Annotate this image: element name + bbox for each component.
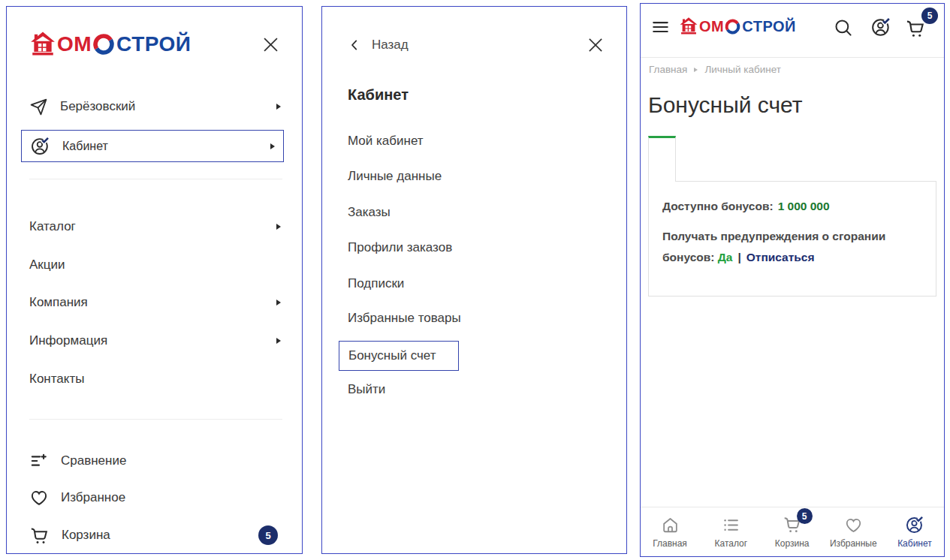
back-label[interactable]: Назад: [372, 38, 409, 53]
hamburger-menu-icon[interactable]: [651, 17, 671, 37]
back-chevron-icon[interactable]: [348, 38, 361, 52]
header-cart-count-badge: 5: [921, 8, 938, 24]
cabinet-label: Кабинет: [62, 140, 108, 153]
heart-icon: [29, 488, 49, 507]
logo-house-icon: [29, 31, 56, 58]
nav-item-favorites[interactable]: Избранные: [830, 516, 877, 549]
city-label: Берёзовский: [60, 99, 135, 114]
cabinet-submenu-panel: Назад Кабинет Мой кабинет Личные данные …: [321, 6, 627, 554]
logo-text-stroy: СТРОЙ: [742, 18, 796, 35]
warning-value: Да: [718, 251, 733, 263]
menu-item-promos[interactable]: Акции: [29, 251, 281, 278]
cart-count-badge: 5: [258, 525, 278, 545]
main-menu-panel: ОМ СТРОЙ: [6, 6, 303, 554]
submenu-item-order-profiles[interactable]: Профили заказов: [348, 235, 452, 260]
nav-item-catalog[interactable]: Каталог: [707, 516, 754, 549]
breadcrumb-separator-icon: [694, 68, 698, 72]
close-icon[interactable]: [261, 35, 281, 55]
nav-cart-count-badge: 5: [797, 508, 813, 524]
menu-item-company[interactable]: Компания: [29, 289, 281, 316]
logo-house-icon: [679, 17, 698, 36]
back-row: Назад: [348, 32, 605, 59]
separator: |: [737, 251, 740, 263]
account-check-icon[interactable]: [870, 17, 891, 38]
search-icon[interactable]: [833, 17, 853, 38]
submenu-item-favorite-products[interactable]: Избранные товары: [348, 306, 461, 331]
cabinet-menu-item[interactable]: Кабинет: [21, 130, 284, 162]
catalog-icon: [722, 516, 740, 534]
divider: [29, 179, 282, 179]
unsubscribe-link[interactable]: Отписаться: [746, 251, 815, 263]
submenu-item-logout[interactable]: Выйти: [348, 377, 385, 402]
cart-item[interactable]: Корзина 5: [29, 522, 281, 549]
logo[interactable]: ОМ СТРОЙ: [679, 17, 796, 36]
bonus-account-page-panel: ОМ СТРОЙ: [640, 3, 945, 557]
submenu-item-subscriptions[interactable]: Подписки: [348, 271, 404, 297]
active-tab[interactable]: [648, 136, 676, 182]
favorites-item[interactable]: Избранное: [29, 484, 281, 511]
menu-item-contacts[interactable]: Контакты: [29, 366, 281, 393]
submenu-title: Кабинет: [348, 86, 409, 104]
submenu-arrow-icon: [276, 338, 281, 344]
submenu-item-personal-data[interactable]: Личные данные: [348, 164, 442, 189]
bonus-balance-value: 1 000 000: [778, 200, 830, 212]
logo-ring-icon: [724, 18, 741, 35]
heart-icon: [844, 516, 863, 534]
submenu-arrow-icon: [276, 224, 281, 230]
city-select-item[interactable]: Берёзовский: [29, 93, 281, 120]
submenu-arrow-icon: [276, 104, 281, 110]
logo-text-om: ОМ: [57, 32, 92, 56]
menu-header: ОМ СТРОЙ: [29, 26, 281, 62]
account-check-icon: [30, 136, 50, 156]
breadcrumb-home-link[interactable]: Главная: [649, 64, 687, 75]
bonus-balance-line: Доступно бонусов:1 000 000: [662, 200, 922, 213]
bottom-navigation: Главная Каталог: [641, 507, 944, 556]
nav-item-cabinet[interactable]: Кабинет: [891, 515, 938, 549]
submenu-arrow-icon: [276, 300, 281, 306]
menu-item-catalog[interactable]: Каталог: [29, 213, 281, 240]
compare-item[interactable]: Сравнение: [29, 447, 281, 474]
breadcrumb: Главная Личный кабинет: [649, 64, 781, 75]
logo-ring-icon: [92, 32, 116, 56]
nav-item-home[interactable]: Главная: [647, 516, 693, 549]
nav-item-cart[interactable]: 5 Корзина: [769, 515, 816, 549]
cart-icon: [29, 525, 50, 546]
submenu-item-my-cabinet[interactable]: Мой кабинет: [348, 128, 424, 154]
home-icon: [661, 516, 680, 534]
location-icon: [29, 98, 48, 116]
logo-text-stroy: СТРОЙ: [116, 32, 191, 56]
close-icon[interactable]: [586, 35, 605, 55]
page-header: ОМ СТРОЙ: [641, 4, 944, 58]
bonus-balance-label: Доступно бонусов:: [662, 200, 774, 212]
account-check-icon: [905, 515, 924, 534]
logo[interactable]: ОМ СТРОЙ: [29, 31, 191, 58]
logo-text-om: ОМ: [699, 18, 724, 35]
submenu-item-bonus-account-selected[interactable]: Бонусный счет: [339, 341, 459, 371]
submenu-arrow-icon: [270, 143, 275, 149]
submenu-item-orders[interactable]: Заказы: [348, 200, 391, 225]
page-title: Бонусный счет: [648, 92, 803, 118]
screen: ОМ СТРОЙ: [0, 0, 950, 560]
divider: [29, 419, 282, 420]
menu-item-information[interactable]: Информация: [29, 327, 281, 354]
compare-icon: [29, 451, 49, 471]
bonus-card: Доступно бонусов:1 000 000 Получать пред…: [648, 181, 936, 297]
bonus-warning-line: Получать предупреждения о сгорании бонус…: [662, 226, 910, 268]
breadcrumb-current: Личный кабинет: [704, 64, 781, 75]
